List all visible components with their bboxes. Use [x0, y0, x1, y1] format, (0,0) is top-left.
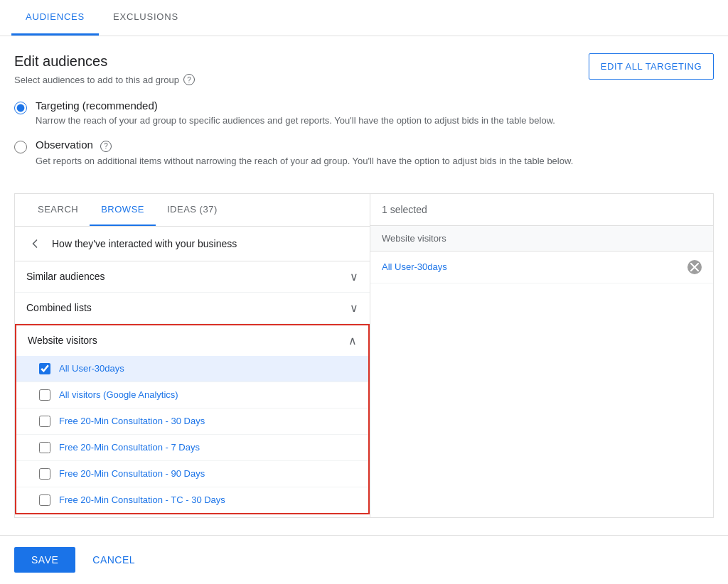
left-panel: SEARCH BROWSE IDEAS (37) How they've int…: [15, 194, 370, 517]
similar-audiences-title: Similar audiences: [26, 271, 105, 282]
list-item[interactable]: Free 20-Min Consultation - TC - 30 Days: [16, 487, 368, 513]
tab-exclusions[interactable]: EXCLUSIONS: [99, 0, 193, 36]
main-tabs: AUDIENCES EXCLUSIONS: [0, 0, 728, 36]
edit-all-targeting-button[interactable]: EDIT ALL TARGETING: [589, 53, 714, 80]
free-90-days-label: Free 20-Min Consultation - 90 Days: [59, 468, 205, 479]
footer: SAVE CANCEL: [0, 535, 728, 584]
sub-tabs: SEARCH BROWSE IDEAS (37): [15, 194, 370, 227]
list-item[interactable]: Free 20-Min Consultation - 7 Days: [16, 435, 368, 461]
observation-radio[interactable]: [14, 141, 27, 153]
targeting-radio[interactable]: [14, 102, 27, 114]
header-left: Edit audiences Select audiences to add t…: [14, 53, 195, 85]
free-7-days-label: Free 20-Min Consultation - 7 Days: [59, 442, 200, 453]
free-tc-30-days-checkbox[interactable]: [39, 494, 50, 506]
website-visitors-header[interactable]: Website visitors ∧: [16, 325, 368, 356]
tab-audiences[interactable]: AUDIENCES: [11, 0, 99, 36]
list-item[interactable]: Free 20-Min Consultation - 90 Days: [16, 461, 368, 487]
observation-desc: Get reports on additional items without …: [36, 155, 573, 168]
observation-radio-option: Observation ? Get reports on additional …: [14, 139, 714, 168]
combined-lists-title: Combined lists: [26, 302, 92, 313]
website-visitors-title: Website visitors: [28, 335, 97, 346]
combined-lists-section: Combined lists ∨: [15, 293, 370, 324]
selected-item: All User-30days: [370, 252, 713, 283]
back-row: How they've interacted with your busines…: [15, 227, 370, 261]
free-30-days-checkbox[interactable]: [39, 416, 50, 427]
free-7-days-checkbox[interactable]: [39, 442, 50, 453]
observation-radio-content: Observation ? Get reports on additional …: [36, 139, 573, 168]
back-label: How they've interacted with your busines…: [52, 238, 237, 249]
selected-count: 1 selected: [370, 194, 713, 226]
all-user-30days-checkbox[interactable]: [39, 363, 50, 374]
website-visitors-chevron-icon: ∧: [348, 334, 357, 347]
page-content: Edit audiences Select audiences to add t…: [0, 36, 728, 535]
back-arrow-icon[interactable]: [26, 235, 43, 252]
selected-item-label: All User-30days: [382, 261, 447, 272]
sub-tab-browse[interactable]: BROWSE: [90, 194, 156, 226]
website-visitors-section: Website visitors ∧ All User-30days All v…: [15, 324, 370, 514]
page-title: Edit audiences: [14, 53, 195, 70]
all-user-30days-label: All User-30days: [59, 363, 124, 374]
list-scroll: Similar audiences ∨ Combined lists ∨ Web…: [15, 261, 370, 517]
main-panel: SEARCH BROWSE IDEAS (37) How they've int…: [14, 193, 714, 518]
all-visitors-ga-checkbox[interactable]: [39, 389, 50, 401]
subtitle-text: Select audiences to add to this ad group: [14, 75, 179, 85]
similar-audiences-section: Similar audiences ∨: [15, 261, 370, 293]
remove-item-button[interactable]: [687, 260, 702, 274]
radio-section: Targeting (recommended) Narrow the reach…: [14, 99, 714, 179]
observation-label: Observation ?: [36, 139, 573, 152]
observation-help-icon[interactable]: ?: [100, 141, 112, 152]
right-panel: 1 selected Website visitors All User-30d…: [370, 194, 713, 517]
similar-audiences-header[interactable]: Similar audiences ∨: [15, 261, 370, 293]
free-tc-30-days-label: Free 20-Min Consultation - TC - 30 Days: [59, 494, 225, 505]
targeting-desc: Narrow the reach of your ad group to spe…: [36, 114, 555, 127]
all-visitors-ga-label: All visitors (Google Analytics): [59, 389, 178, 400]
save-button[interactable]: SAVE: [14, 547, 75, 573]
targeting-radio-content: Targeting (recommended) Narrow the reach…: [36, 99, 555, 127]
list-item[interactable]: All visitors (Google Analytics): [16, 382, 368, 409]
sub-tab-ideas[interactable]: IDEAS (37): [156, 194, 229, 226]
subtitle: Select audiences to add to this ad group…: [14, 74, 195, 85]
cancel-button[interactable]: CANCEL: [92, 554, 135, 566]
combined-lists-header[interactable]: Combined lists ∨: [15, 293, 370, 324]
help-icon[interactable]: ?: [183, 74, 195, 85]
header-row: Edit audiences Select audiences to add t…: [14, 53, 714, 85]
list-item[interactable]: All User-30days: [16, 356, 368, 382]
right-subheader: Website visitors: [370, 226, 713, 252]
combined-lists-chevron-icon: ∨: [350, 301, 358, 315]
free-30-days-label: Free 20-Min Consultation - 30 Days: [59, 416, 205, 426]
sub-tab-search[interactable]: SEARCH: [26, 194, 90, 226]
targeting-radio-option: Targeting (recommended) Narrow the reach…: [14, 99, 714, 127]
targeting-label: Targeting (recommended): [36, 99, 555, 112]
list-item[interactable]: Free 20-Min Consultation - 30 Days: [16, 409, 368, 435]
free-90-days-checkbox[interactable]: [39, 468, 50, 480]
similar-audiences-chevron-icon: ∨: [350, 270, 358, 283]
